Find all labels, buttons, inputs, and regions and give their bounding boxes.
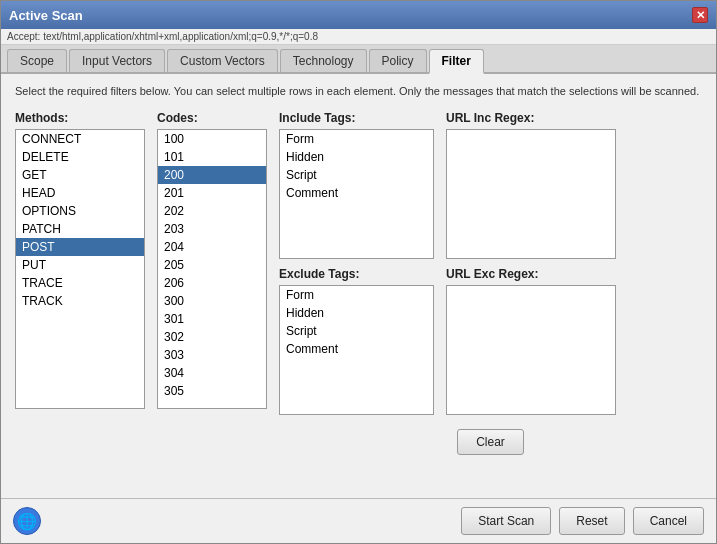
include-tags-listbox[interactable]: Form Hidden Script Comment bbox=[279, 129, 434, 259]
close-button[interactable]: ✕ bbox=[692, 7, 708, 23]
list-item[interactable]: Hidden bbox=[280, 304, 433, 322]
window-title: Active Scan bbox=[9, 8, 83, 23]
list-item[interactable]: 100 bbox=[158, 130, 266, 148]
list-item[interactable]: Form bbox=[280, 286, 433, 304]
codes-label: Codes: bbox=[157, 111, 267, 125]
tab-technology[interactable]: Technology bbox=[280, 49, 367, 72]
list-item[interactable]: GET bbox=[16, 166, 144, 184]
list-item[interactable]: 101 bbox=[158, 148, 266, 166]
list-item[interactable]: PUT bbox=[16, 256, 144, 274]
main-window: Active Scan ✕ Accept: text/html,applicat… bbox=[0, 0, 717, 544]
list-item[interactable]: TRACK bbox=[16, 292, 144, 310]
title-bar: Active Scan ✕ bbox=[1, 1, 716, 29]
cancel-button[interactable]: Cancel bbox=[633, 507, 704, 535]
top-right-row: Include Tags: Form Hidden Script Comment… bbox=[279, 111, 702, 259]
list-item[interactable]: 305 bbox=[158, 382, 266, 400]
list-item[interactable]: 200 bbox=[158, 166, 266, 184]
clear-button[interactable]: Clear bbox=[457, 429, 524, 455]
list-item[interactable]: 302 bbox=[158, 328, 266, 346]
bottom-right: Start Scan Reset Cancel bbox=[461, 507, 704, 535]
list-item[interactable]: 203 bbox=[158, 220, 266, 238]
list-item[interactable]: 206 bbox=[158, 274, 266, 292]
list-item[interactable]: DELETE bbox=[16, 148, 144, 166]
include-tags-label: Include Tags: bbox=[279, 111, 434, 125]
tab-bar: Scope Input Vectors Custom Vectors Techn… bbox=[1, 45, 716, 74]
tab-policy[interactable]: Policy bbox=[369, 49, 427, 72]
bottom-right-row: Exclude Tags: Form Hidden Script Comment… bbox=[279, 267, 702, 415]
list-item[interactable]: 301 bbox=[158, 310, 266, 328]
tab-custom-vectors[interactable]: Custom Vectors bbox=[167, 49, 278, 72]
list-item[interactable]: TRACE bbox=[16, 274, 144, 292]
list-item[interactable]: Comment bbox=[280, 184, 433, 202]
url-inc-regex-label: URL Inc Regex: bbox=[446, 111, 702, 125]
filters-area: Methods: CONNECT DELETE GET HEAD OPTIONS… bbox=[15, 111, 702, 488]
list-item[interactable]: 300 bbox=[158, 292, 266, 310]
codes-section: Codes: 100 101 200 201 202 203 204 205 2… bbox=[157, 111, 267, 488]
tab-input-vectors[interactable]: Input Vectors bbox=[69, 49, 165, 72]
list-item[interactable]: HEAD bbox=[16, 184, 144, 202]
reset-button[interactable]: Reset bbox=[559, 507, 624, 535]
list-item[interactable]: 304 bbox=[158, 364, 266, 382]
info-bar: Accept: text/html,application/xhtml+xml,… bbox=[1, 29, 716, 45]
bottom-bar: 🌐 Start Scan Reset Cancel bbox=[1, 498, 716, 543]
list-item[interactable]: Script bbox=[280, 322, 433, 340]
list-item[interactable]: Script bbox=[280, 166, 433, 184]
list-item[interactable]: POST bbox=[16, 238, 144, 256]
url-inc-regex-section: URL Inc Regex: bbox=[446, 111, 702, 259]
include-tags-section: Include Tags: Form Hidden Script Comment bbox=[279, 111, 434, 259]
url-exc-regex-input[interactable] bbox=[446, 285, 616, 415]
list-item[interactable]: 201 bbox=[158, 184, 266, 202]
exclude-tags-section: Exclude Tags: Form Hidden Script Comment bbox=[279, 267, 434, 415]
list-item[interactable]: CONNECT bbox=[16, 130, 144, 148]
content-area: Select the required filters below. You c… bbox=[1, 74, 716, 498]
url-inc-regex-input[interactable] bbox=[446, 129, 616, 259]
methods-label: Methods: bbox=[15, 111, 145, 125]
list-item[interactable]: 202 bbox=[158, 202, 266, 220]
list-item[interactable]: OPTIONS bbox=[16, 202, 144, 220]
codes-listbox[interactable]: 100 101 200 201 202 203 204 205 206 300 … bbox=[157, 129, 267, 409]
bottom-left: 🌐 bbox=[13, 507, 41, 535]
url-exc-regex-label: URL Exc Regex: bbox=[446, 267, 702, 281]
clear-row: Clear bbox=[279, 429, 702, 455]
list-item[interactable]: PATCH bbox=[16, 220, 144, 238]
globe-icon: 🌐 bbox=[13, 507, 41, 535]
list-item[interactable]: Hidden bbox=[280, 148, 433, 166]
list-item[interactable]: Comment bbox=[280, 340, 433, 358]
methods-section: Methods: CONNECT DELETE GET HEAD OPTIONS… bbox=[15, 111, 145, 488]
exclude-tags-label: Exclude Tags: bbox=[279, 267, 434, 281]
list-item[interactable]: 303 bbox=[158, 346, 266, 364]
list-item[interactable]: 204 bbox=[158, 238, 266, 256]
description-text: Select the required filters below. You c… bbox=[15, 84, 702, 99]
exclude-tags-listbox[interactable]: Form Hidden Script Comment bbox=[279, 285, 434, 415]
methods-listbox[interactable]: CONNECT DELETE GET HEAD OPTIONS PATCH PO… bbox=[15, 129, 145, 409]
start-scan-button[interactable]: Start Scan bbox=[461, 507, 551, 535]
url-exc-regex-section: URL Exc Regex: bbox=[446, 267, 702, 415]
right-panels: Include Tags: Form Hidden Script Comment… bbox=[279, 111, 702, 488]
tab-scope[interactable]: Scope bbox=[7, 49, 67, 72]
list-item[interactable]: 205 bbox=[158, 256, 266, 274]
list-item[interactable]: Form bbox=[280, 130, 433, 148]
tab-filter[interactable]: Filter bbox=[429, 49, 484, 74]
